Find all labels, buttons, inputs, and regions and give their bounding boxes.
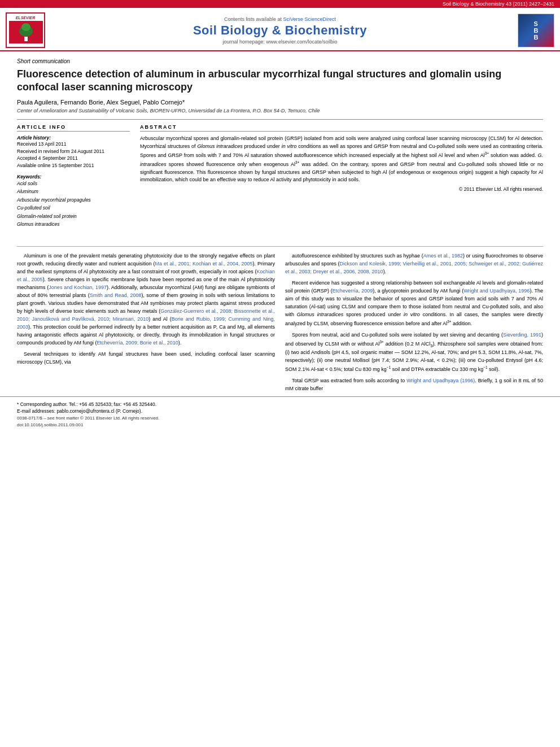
- journal-topbar: Soil Biology & Biochemistry 43 (2011) 24…: [0, 0, 560, 8]
- elsevier-logo-inner: ELSEVIER: [6, 12, 45, 48]
- footnote-section: * Corresponding author. Tel.: +56 45 325…: [0, 396, 560, 431]
- body-col-left: Aluminum is one of the prevalent metals …: [17, 252, 275, 396]
- article-title: Fluorescence detection of aluminum in ar…: [17, 68, 543, 94]
- header-logo-right: SBB: [509, 14, 554, 47]
- article-wrapper: Short communication Fluorescence detecti…: [0, 51, 560, 246]
- body-para-3: autofluorescence exhibited by structures…: [285, 252, 543, 276]
- sciverse-link[interactable]: SciVerse ScienceDirect: [283, 16, 336, 22]
- keywords-list: Acid soils Aluminum Arbuscular mycorrhiz…: [17, 180, 130, 229]
- header-center: Contents lists available at SciVerse Sci…: [51, 16, 509, 45]
- issn-line: 0038-0717/$ – see front matter © 2011 El…: [17, 416, 543, 421]
- divider: [17, 119, 543, 120]
- keywords-label: Keywords:: [17, 174, 130, 180]
- sciverse-line: Contents lists available at SciVerse Sci…: [51, 16, 509, 22]
- keywords-group: Keywords: Acid soils Aluminum Arbuscular…: [17, 174, 130, 229]
- doi-line: doi:10.1016/j.soilbio.2011.09.001: [17, 422, 543, 427]
- article-history: Article history: Received 13 April 2011 …: [17, 135, 130, 169]
- copyright: © 2011 Elsevier Ltd. All rights reserved…: [140, 186, 543, 192]
- abstract-col: ABSTRACT Arbuscular mycorrhizal spores a…: [140, 124, 543, 233]
- authors: Paula Aguilera, Fernando Borie, Alex Seg…: [17, 99, 543, 106]
- body-para-5: Spores from neutral, acid and Cu-pollute…: [285, 331, 543, 374]
- article-info-col: ARTICLE INFO Article history: Received 1…: [17, 124, 130, 233]
- email-addresses: E-mail addresses: pablo.cornejo@ufronter…: [17, 408, 543, 414]
- sciverse-text: Contents lists available at: [224, 16, 283, 22]
- elsevier-tree-icon: [12, 23, 40, 42]
- journal-citation: Soil Biology & Biochemistry 43 (2011) 24…: [443, 1, 554, 7]
- journal-homepage: journal homepage: www.elsevier.com/locat…: [51, 39, 509, 45]
- received-date: Received 13 April 2011: [17, 141, 130, 148]
- body-para-4: Recent evidence has suggested a strong r…: [285, 279, 543, 328]
- keyword-1: Acid soils: [17, 180, 130, 187]
- body-para-2: Several techniques to identify AM fungal…: [17, 351, 275, 366]
- affiliation: Center of Amelioration and Sustainabilit…: [17, 108, 543, 113]
- body-columns: Aluminum is one of the prevalent metals …: [0, 252, 560, 396]
- svg-rect-0: [24, 37, 28, 41]
- abstract-label: ABSTRACT: [140, 124, 543, 132]
- accepted-date: Accepted 4 September 2011: [17, 155, 130, 162]
- body-separator: [17, 246, 543, 247]
- header-section: ELSEVIER Contents lists available at Sci…: [0, 8, 560, 51]
- corresponding-author: * Corresponding author. Tel.: +56 45 325…: [17, 401, 543, 407]
- keyword-4: Cu-polluted soil: [17, 204, 130, 212]
- history-label: Article history:: [17, 135, 130, 141]
- keyword-5: Glomalin-related soil protein: [17, 212, 130, 220]
- article-info-label: ARTICLE INFO: [17, 124, 130, 132]
- sbb-logo-text: SBB: [534, 20, 539, 41]
- body-para-1: Aluminum is one of the prevalent metals …: [17, 252, 275, 347]
- article-type: Short communication: [17, 58, 543, 64]
- keyword-3: Arbuscular mycorrhizal propagules: [17, 196, 130, 204]
- journal-title: Soil Biology & Biochemistry: [51, 23, 509, 38]
- elsevier-logo: ELSEVIER: [6, 12, 51, 48]
- sbb-logo: SBB: [518, 14, 554, 47]
- body-para-6: Total GRSP was extracted from soils acco…: [285, 377, 543, 393]
- available-online: Available online 15 September 2011: [17, 162, 130, 169]
- keyword-6: Glomus intraradices: [17, 220, 130, 228]
- body-col-right: autofluorescence exhibited by structures…: [285, 252, 543, 396]
- page: Soil Biology & Biochemistry 43 (2011) 24…: [0, 0, 560, 747]
- abstract-text: Arbuscular mycorrhizal spores and glomal…: [140, 135, 543, 185]
- article-info-abstract: ARTICLE INFO Article history: Received 1…: [17, 124, 543, 233]
- keyword-2: Aluminum: [17, 187, 130, 195]
- svg-point-2: [21, 23, 30, 31]
- received-revised: Received in revised form 24 August 2011: [17, 148, 130, 155]
